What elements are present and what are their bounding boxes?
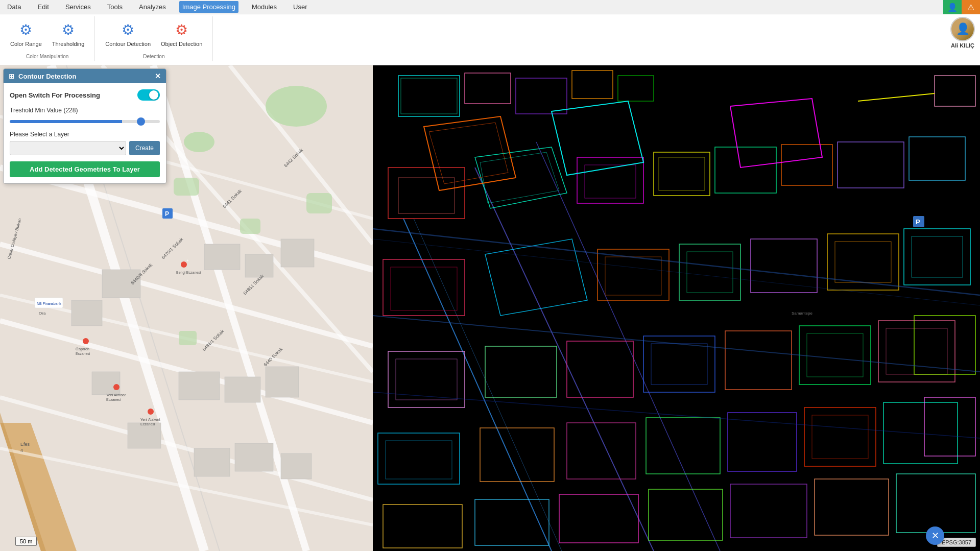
toggle-knob: [149, 90, 158, 100]
svg-text:Efes: Efes: [20, 442, 30, 447]
svg-rect-19: [306, 193, 332, 213]
contour-detection-icon: ⚙: [122, 21, 134, 38]
layer-select[interactable]: [10, 141, 126, 155]
user-area: 👤 Ali KILIÇ: [950, 17, 975, 49]
svg-point-15: [266, 86, 327, 127]
svg-rect-25: [245, 254, 273, 277]
menu-services[interactable]: Services: [62, 1, 94, 13]
scale-bar: 50 m: [15, 537, 37, 546]
svg-text:Eczanesi: Eczanesi: [140, 422, 155, 426]
detection-buttons: ⚙ Contour Detection ⚙ Object Detection: [97, 16, 210, 51]
detection-section-label: Detection: [143, 54, 164, 59]
svg-text:Eczanesi: Eczanesi: [76, 352, 90, 355]
panel-grid-icon: ⊞: [9, 73, 14, 80]
svg-text:Yeni Akhisar: Yeni Akhisar: [106, 393, 126, 397]
create-button[interactable]: Create: [129, 141, 160, 155]
switch-label: Open Switch For Processing: [10, 91, 100, 99]
svg-rect-30: [225, 377, 260, 402]
menu-modules[interactable]: Modules: [249, 1, 280, 13]
menu-edit[interactable]: Edit: [34, 1, 52, 13]
epsg-label: EPSG:3857: [942, 539, 971, 545]
svg-point-55: [148, 409, 154, 415]
panel-title: Contour Detection: [18, 73, 76, 80]
menu-bar: Data Edit Services Tools Analyzes Image …: [0, 0, 980, 14]
svg-text:4: 4: [20, 448, 23, 453]
thresholding-icon-wrap: ⚙: [59, 20, 78, 39]
svg-rect-64: [373, 65, 980, 551]
contour-detection-panel: ⊞ Contour Detection ✕ Open Switch For Pr…: [3, 68, 166, 184]
object-detection-label: Object Detection: [161, 41, 202, 47]
contour-svg: P Samantepe: [373, 65, 980, 551]
contour-detection-icon-wrap: ⚙: [119, 20, 137, 39]
contour-detection-label: Contour Detection: [105, 41, 151, 47]
color-range-icon: ⚙: [19, 21, 32, 38]
toolbar-btn-contour-detection[interactable]: ⚙ Contour Detection: [101, 18, 155, 49]
toolbar-btn-color-range[interactable]: ⚙ Color Range: [6, 18, 46, 49]
add-geometries-button[interactable]: Add Detected Geometries To Layer: [10, 161, 160, 177]
svg-text:Yeni Atakent: Yeni Atakent: [140, 418, 160, 421]
svg-rect-34: [194, 448, 230, 476]
object-detection-icon-wrap: ⚙: [173, 20, 191, 39]
person-button[interactable]: 👤: [943, 0, 962, 14]
svg-rect-20: [179, 331, 197, 345]
svg-rect-28: [71, 300, 102, 326]
avatar-image: 👤: [951, 18, 974, 40]
select-layer-label: Please Select a Layer: [10, 131, 160, 138]
main-content: P 6442 Sokak 6441 Sokak 6470/1 Sokak 644…: [0, 65, 980, 551]
svg-rect-33: [128, 423, 161, 448]
menu-data[interactable]: Data: [4, 1, 24, 13]
toolbar-group-color: ⚙ Color Range ⚙ Thresholding Color Manip…: [0, 16, 95, 61]
svg-text:Ora: Ora: [39, 311, 46, 316]
panel-header-left: ⊞ Contour Detection: [9, 73, 76, 80]
thresholding-label: Thresholding: [52, 41, 85, 47]
object-detection-icon: ⚙: [175, 21, 188, 38]
select-row: Create: [10, 141, 160, 155]
color-buttons: ⚙ Color Range ⚙ Thresholding: [2, 16, 92, 51]
panel-body: Open Switch For Processing Treshold Min …: [4, 83, 166, 183]
scale-label: 50 m: [20, 538, 32, 544]
menu-tools[interactable]: Tools: [104, 1, 126, 13]
svg-rect-26: [281, 239, 314, 267]
svg-rect-36: [281, 453, 312, 479]
svg-rect-24: [204, 244, 240, 270]
svg-text:Samantepe: Samantepe: [792, 311, 812, 316]
threshold-slider[interactable]: [10, 120, 160, 123]
menu-image-processing[interactable]: Image Processing: [179, 1, 238, 13]
svg-text:NB Finansbank: NB Finansbank: [37, 302, 61, 305]
menu-user[interactable]: User: [290, 1, 310, 13]
menu-analyzes[interactable]: Analyzes: [136, 1, 169, 13]
map-left[interactable]: P 6442 Sokak 6441 Sokak 6470/1 Sokak 644…: [0, 65, 373, 551]
slider-container: [10, 117, 160, 125]
close-circle-icon: ✕: [931, 530, 939, 541]
panel-close-button[interactable]: ✕: [155, 72, 161, 80]
svg-point-49: [83, 338, 89, 344]
color-range-label: Color Range: [10, 41, 42, 47]
threshold-label: Treshold Min Value (228): [10, 107, 160, 114]
toolbar-btn-thresholding[interactable]: ⚙ Thresholding: [48, 18, 89, 49]
toolbar-btn-object-detection[interactable]: ⚙ Object Detection: [157, 18, 206, 49]
svg-text:P: P: [916, 218, 920, 226]
svg-rect-17: [174, 178, 199, 196]
svg-text:P: P: [165, 210, 169, 218]
color-range-icon-wrap: ⚙: [17, 20, 35, 39]
svg-rect-35: [235, 443, 273, 471]
svg-text:Özgören: Özgören: [76, 347, 89, 351]
menu-right-buttons: 👤 ⚠: [943, 0, 980, 14]
thresholding-icon: ⚙: [62, 21, 75, 38]
svg-point-52: [113, 384, 119, 390]
svg-text:+: +: [186, 258, 189, 263]
toolbar-group-detection: ⚙ Contour Detection ⚙ Object Detection D…: [95, 16, 213, 61]
color-manipulation-section-label: Color Manipulation: [26, 54, 68, 59]
avatar[interactable]: 👤: [950, 17, 975, 41]
close-circle-button[interactable]: ✕: [926, 526, 944, 545]
svg-text:Bengi Eczanesi: Bengi Eczanesi: [176, 271, 201, 275]
map-right[interactable]: P Samantepe EPSG:3857 ✕: [373, 65, 980, 551]
svg-rect-32: [92, 372, 120, 395]
svg-point-16: [184, 132, 214, 152]
toolbar: ⚙ Color Range ⚙ Thresholding Color Manip…: [0, 14, 980, 65]
svg-rect-29: [179, 372, 220, 400]
toggle-switch[interactable]: [137, 89, 160, 101]
svg-rect-18: [240, 219, 260, 234]
warning-button[interactable]: ⚠: [962, 0, 980, 14]
svg-text:Eczanesi: Eczanesi: [106, 398, 121, 401]
